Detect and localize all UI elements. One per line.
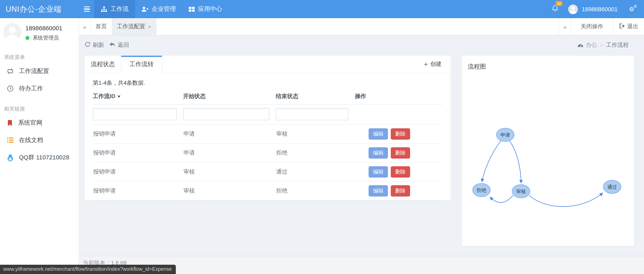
dashboard-icon (578, 42, 584, 48)
delete-button[interactable]: 删除 (391, 185, 410, 196)
chevron-left-icon: « (83, 23, 86, 30)
svg-text:申请: 申请 (500, 132, 510, 138)
sidebar: 18986860001 系统管理员 系统菜单 工作流配置 待办工作 相关链接 (0, 18, 79, 274)
sidebar-item-qq-group[interactable]: QQ群 1107210028 (0, 149, 79, 166)
sidebar-item-workflow-config[interactable]: 工作流配置 (0, 63, 79, 80)
nav-item-appcenter[interactable]: 应用中心 (182, 0, 229, 18)
cell-end-state: 拒绝 (276, 143, 355, 162)
breadcrumb-root[interactable]: 办公 (578, 41, 597, 49)
flow-diagram: 申请 拒绝 审核 通过 (462, 56, 634, 246)
edit-button[interactable]: 编辑 (368, 185, 388, 196)
cell-start-state: 审核 (183, 162, 276, 181)
bookmark-icon (7, 120, 13, 126)
svg-text:拒绝: 拒绝 (476, 187, 486, 193)
workflow-panel: 流程状态 工作流转 + 创建 第1-4条，共4条数据. 工作流ID 开始状态 结… (85, 56, 450, 200)
sidebar-user-panel: 18986860001 系统管理员 (0, 18, 79, 46)
panel-body: 第1-4条，共4条数据. 工作流ID 开始状态 结束状态 操作 (85, 73, 450, 200)
column-header-workflow-id[interactable]: 工作流ID (93, 91, 183, 104)
breadcrumb-current: 工作流程 (606, 41, 629, 49)
app-window: UNI办公-企业端 工作流 企业管理 应用中心 12 (0, 0, 644, 274)
nav-item-workflow[interactable]: 工作流 (94, 0, 135, 18)
edit-button[interactable]: 编辑 (368, 147, 388, 158)
sidebar-section-system-menu: 系统菜单 (0, 46, 79, 63)
user-role-label: 系统管理员 (33, 34, 59, 42)
flow-edge-apply-review (509, 140, 521, 183)
refresh-icon (85, 42, 90, 49)
flow-node-review[interactable]: 审核 (512, 185, 530, 198)
page-tabbar: « 首页 工作流配置 × » 关闭操作 退出 (79, 18, 644, 36)
filter-start-state-input[interactable] (183, 108, 270, 120)
top-navbar: UNI办公-企业端 工作流 企业管理 应用中心 12 (0, 0, 644, 18)
breadcrumb-separator: > (600, 42, 603, 48)
list-icon (7, 137, 14, 143)
brand-logo[interactable]: UNI办公-企业端 (0, 0, 79, 18)
table-row: 报销申请 申请 审核 编辑删除 (93, 125, 442, 143)
sidebar-section-links: 相关链接 (0, 97, 79, 114)
sort-caret-icon (117, 96, 120, 98)
column-header-actions: 操作 (355, 91, 442, 104)
user-plus-icon (142, 6, 148, 12)
delete-button[interactable]: 删除 (391, 128, 410, 139)
tabs-scroll-left-button[interactable]: « (79, 18, 91, 35)
sidebar-item-official-site[interactable]: 系统官网 (0, 114, 79, 132)
sidebar-item-label: 系统官网 (18, 119, 42, 127)
refresh-button[interactable]: 刷新 (85, 41, 104, 49)
gears-icon[interactable]: ⚙⚙ (629, 6, 634, 12)
column-header-end-state: 结束状态 (276, 91, 355, 104)
table-summary: 第1-4条，共4条数据. (93, 76, 442, 91)
tabs-scroll-right-button[interactable]: » (559, 18, 570, 35)
table-row: 报销申请 审核 通过 编辑删除 (93, 162, 442, 181)
tab-home[interactable]: 首页 (91, 18, 112, 35)
username-label[interactable]: 18986860001 (582, 6, 618, 12)
workflow-table: 工作流ID 开始状态 结束状态 操作 报销申请 申请 (93, 91, 442, 200)
delete-button[interactable]: 删除 (391, 147, 410, 158)
cell-start-state: 申请 (183, 143, 276, 162)
flow-node-apply[interactable]: 申请 (496, 128, 514, 141)
nav-item-enterprise[interactable]: 企业管理 (135, 0, 182, 18)
grid-icon (189, 6, 195, 12)
create-button[interactable]: + 创建 (424, 56, 450, 73)
close-operations-button[interactable]: 关闭操作 (570, 18, 613, 35)
qq-icon (7, 154, 14, 161)
sidebar-item-todo[interactable]: 待办工作 (0, 80, 79, 97)
avatar[interactable] (568, 4, 578, 14)
cell-start-state: 审核 (183, 181, 276, 200)
filter-end-state-input[interactable] (276, 108, 348, 120)
logout-button[interactable]: 退出 (613, 18, 644, 35)
cell-workflow-id: 报销申请 (93, 125, 183, 143)
notifications-button[interactable]: 12 (552, 5, 558, 13)
cell-start-state: 申请 (183, 125, 276, 143)
sidebar-item-label: QQ群 1107210028 (19, 154, 69, 161)
back-button[interactable]: 返回 (109, 41, 129, 49)
breadcrumb: 办公 > 工作流程 (578, 41, 638, 49)
back-icon (109, 42, 115, 48)
loop-icon (7, 68, 14, 74)
clock-icon (7, 85, 14, 92)
nav-item-label: 企业管理 (152, 5, 176, 13)
edit-button[interactable]: 编辑 (368, 128, 388, 139)
flow-edge-apply-reject (482, 140, 501, 182)
filter-workflow-id-input[interactable] (93, 108, 177, 120)
plus-icon: + (424, 61, 428, 68)
tab-workflow-transition[interactable]: 工作流转 (121, 56, 162, 73)
bell-icon (552, 6, 558, 13)
svg-text:通过: 通过 (607, 184, 617, 190)
cell-end-state: 拒绝 (276, 181, 355, 200)
filter-row (93, 104, 442, 125)
hamburger-icon[interactable] (79, 0, 94, 18)
edit-button[interactable]: 编辑 (368, 166, 388, 177)
nav-item-label: 工作流 (110, 5, 129, 13)
delete-button[interactable]: 删除 (391, 166, 410, 177)
nav-item-label: 应用中心 (198, 5, 222, 13)
content-toolbar: 刷新 返回 办公 > 工作流程 (79, 36, 644, 55)
flow-node-pass[interactable]: 通过 (603, 180, 621, 193)
flow-node-reject[interactable]: 拒绝 (472, 183, 490, 197)
navbar-right: 12 18986860001 ⚙⚙ (552, 0, 644, 18)
close-icon[interactable]: × (148, 24, 151, 30)
sidebar-item-docs[interactable]: 在线文档 (0, 132, 79, 149)
cell-workflow-id: 报销申请 (93, 181, 183, 200)
tab-flow-status[interactable]: 流程状态 (85, 56, 121, 73)
tab-workflow-config[interactable]: 工作流配置 × (112, 18, 156, 35)
tabbar-spacer (156, 18, 559, 35)
table-row: 报销申请 申请 拒绝 编辑删除 (93, 143, 442, 162)
